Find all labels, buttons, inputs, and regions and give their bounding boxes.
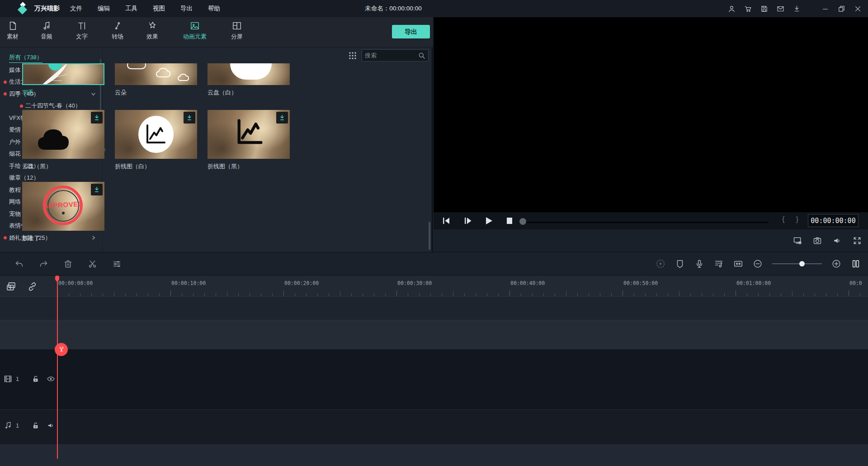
- eye-icon[interactable]: [47, 375, 55, 383]
- display-settings-icon[interactable]: [793, 236, 802, 245]
- search-icon[interactable]: [418, 52, 425, 59]
- stamp-dot: [62, 212, 65, 214]
- timeline-empty-row[interactable]: [0, 444, 868, 466]
- fullscreen-icon[interactable]: [853, 236, 862, 245]
- element-thumbnail: [22, 63, 104, 85]
- render-preview-icon[interactable]: [656, 259, 665, 269]
- menu-export[interactable]: 导出: [173, 0, 200, 17]
- grid-view-icon[interactable]: [348, 51, 357, 60]
- element-card-approved-stamp[interactable]: APPROVED 朕准了: [22, 182, 104, 243]
- panel-layout-icon[interactable]: [851, 259, 861, 269]
- cart-icon[interactable]: [744, 5, 752, 13]
- video-viewport[interactable]: [434, 17, 868, 212]
- lock-icon[interactable]: [32, 375, 40, 383]
- mark-in-out-icon[interactable]: { }: [782, 215, 803, 224]
- timeline-empty-row[interactable]: [0, 296, 868, 320]
- download-badge[interactable]: [91, 112, 103, 124]
- play-icon[interactable]: [483, 215, 494, 226]
- element-thumbnail: [22, 110, 104, 159]
- music-note-icon: [42, 21, 52, 31]
- adjust-sliders-icon[interactable]: [112, 259, 122, 269]
- save-icon[interactable]: [760, 5, 768, 13]
- previous-frame-icon[interactable]: [441, 215, 452, 226]
- next-frame-icon[interactable]: [462, 215, 473, 226]
- transition-icon: [113, 21, 123, 31]
- split-scissors-icon[interactable]: [88, 259, 97, 269]
- link-icon[interactable]: [27, 281, 38, 292]
- minimize-icon[interactable]: [821, 5, 829, 13]
- feather-overlay: [36, 63, 75, 85]
- timeline-zoom-slider[interactable]: [772, 259, 822, 269]
- search-box[interactable]: [362, 49, 429, 62]
- seek-bar[interactable]: [522, 222, 769, 223]
- playhead[interactable]: [57, 276, 58, 459]
- record-voiceover-icon[interactable]: [694, 259, 704, 269]
- sidebar-item-all[interactable]: 所有（738）: [0, 52, 102, 64]
- element-card-cloud-white[interactable]: 云盘（白）: [208, 63, 290, 97]
- text-icon: [77, 21, 87, 31]
- tab-text[interactable]: 文字: [71, 21, 93, 46]
- add-track-icon[interactable]: [5, 281, 17, 292]
- download-badge[interactable]: [184, 112, 195, 124]
- tab-audio[interactable]: 音频: [36, 21, 57, 46]
- sidebar-collapse-handle[interactable]: ‹: [104, 143, 110, 155]
- menu-tools[interactable]: 工具: [118, 0, 145, 17]
- menu-file[interactable]: 文件: [62, 0, 90, 17]
- tab-splitscreen[interactable]: 分屏: [226, 21, 248, 46]
- effects-star-icon: [147, 21, 157, 31]
- element-thumbnail: [115, 110, 197, 159]
- delete-icon[interactable]: [63, 259, 73, 269]
- library-scrollbar[interactable]: [429, 222, 430, 250]
- element-card-cloud-black[interactable]: 云盘（黑）: [22, 110, 104, 171]
- close-icon[interactable]: [854, 5, 862, 13]
- media-folder-icon: [8, 21, 18, 31]
- audio-track-1[interactable]: [0, 409, 868, 444]
- download-badge[interactable]: [276, 112, 288, 124]
- timeline-empty-row[interactable]: [0, 320, 868, 349]
- fit-timeline-icon[interactable]: [733, 259, 743, 269]
- stop-icon[interactable]: [504, 215, 515, 226]
- menu-edit[interactable]: 编辑: [90, 0, 118, 17]
- undo-icon[interactable]: [14, 259, 24, 269]
- player-controls: { } 00:00:00:00: [434, 212, 868, 229]
- element-card-linechart-white[interactable]: 折线图（白）: [115, 110, 197, 171]
- restore-icon[interactable]: [838, 5, 845, 13]
- quick-split-handle[interactable]: [55, 343, 68, 356]
- media-tabbar: 素材 音频 文字 转场 效果 动画元素 分屏 导出: [0, 17, 433, 48]
- seek-handle[interactable]: [519, 218, 526, 225]
- tab-transition[interactable]: 转场: [107, 21, 128, 46]
- search-input[interactable]: [362, 52, 418, 59]
- tab-effects[interactable]: 效果: [142, 21, 163, 46]
- app-logo-icon: [17, 2, 29, 15]
- element-label: 折线图（白）: [115, 162, 197, 171]
- volume-icon[interactable]: [833, 236, 842, 245]
- audio-mixer-icon[interactable]: [714, 259, 724, 269]
- audio-track-number: 1: [16, 422, 19, 429]
- redo-icon[interactable]: [39, 259, 48, 269]
- zoom-out-icon[interactable]: [753, 259, 763, 269]
- tab-media[interactable]: 素材: [2, 21, 24, 46]
- tab-elements[interactable]: 动画元素: [178, 21, 212, 46]
- account-icon[interactable]: [728, 5, 736, 13]
- library-header: [103, 48, 433, 64]
- download-icon[interactable]: [793, 5, 801, 13]
- element-thumbnail: [115, 63, 197, 85]
- mute-speaker-icon[interactable]: [47, 421, 55, 430]
- marker-icon[interactable]: [675, 259, 685, 269]
- zoom-slider-handle[interactable]: [799, 261, 805, 266]
- export-button[interactable]: 导出: [392, 25, 430, 38]
- element-label: 云朵: [115, 89, 197, 97]
- element-card-linechart-black[interactable]: 折线图（黑）: [208, 110, 290, 171]
- download-badge[interactable]: [91, 184, 103, 195]
- split-screen-icon: [232, 21, 242, 31]
- video-track-1[interactable]: [0, 349, 868, 409]
- timeline-ruler[interactable]: 00:00:00:00 00:00:10:00 00:00:20:00 00:0…: [0, 276, 868, 296]
- zoom-in-icon[interactable]: [831, 259, 841, 269]
- element-card-clouds[interactable]: 云朵: [115, 63, 197, 97]
- lock-icon[interactable]: [32, 421, 40, 430]
- mail-icon[interactable]: [777, 5, 784, 13]
- element-card-feather[interactable]: 羽毛: [22, 63, 104, 97]
- snapshot-camera-icon[interactable]: [813, 236, 822, 245]
- menu-help[interactable]: 帮助: [200, 0, 228, 17]
- menu-view[interactable]: 视图: [145, 0, 173, 17]
